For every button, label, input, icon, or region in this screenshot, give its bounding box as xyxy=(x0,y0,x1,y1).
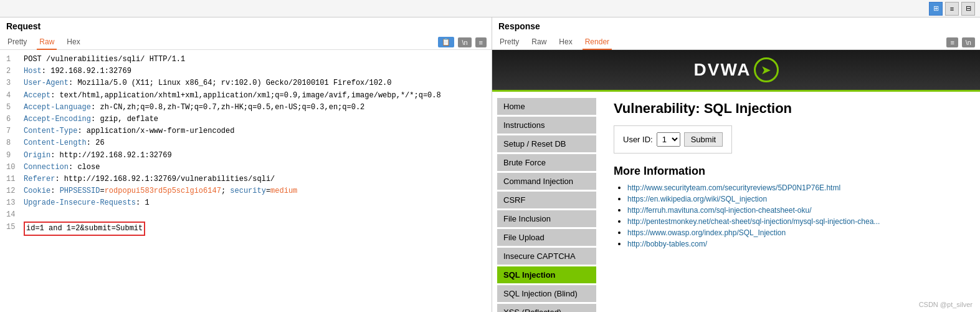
response-title: Response xyxy=(492,17,980,34)
code-line: 14 xyxy=(6,209,485,221)
code-line-highlighted: 15 id=1 and 1=2&submit=Submit xyxy=(6,222,485,236)
dvwa-arrow-icon: ➤ xyxy=(754,57,779,82)
tab-hex-response[interactable]: Hex xyxy=(556,35,574,50)
dvwa-body: Home Instructions Setup / Reset DB Brute… xyxy=(492,92,980,312)
newline-button[interactable]: \n xyxy=(458,37,471,47)
dvwa-text: DVWA xyxy=(694,60,751,80)
top-toolbar: ⊞ ≡ ⊟ xyxy=(0,0,980,17)
tab-pretty[interactable]: Pretty xyxy=(5,35,29,50)
nav-file-upload[interactable]: File Upload xyxy=(497,229,596,246)
link-bobby-tables[interactable]: http://bobby-tables.com/ xyxy=(627,240,707,248)
nav-instructions[interactable]: Instructions xyxy=(497,117,596,134)
user-id-select[interactable]: 1 2 3 xyxy=(657,132,680,147)
code-line: 6 Accept-Encoding: gzip, deflate xyxy=(6,114,485,125)
code-line: 8 Content-Length: 26 xyxy=(6,137,485,149)
link-securityteam[interactable]: http://www.securityteam.com/securityrevi… xyxy=(627,183,840,192)
code-line: 9 Origin: http://192.168.92.1:32769 xyxy=(6,150,485,162)
grid-view-icon[interactable]: ⊞ xyxy=(929,2,943,16)
response-menu-button[interactable]: ≡ xyxy=(946,37,958,47)
split-view-icon[interactable]: ⊟ xyxy=(961,2,975,16)
code-line: 11 Referer: http://192.168.92.1:32769/vu… xyxy=(6,173,485,185)
link-ferruh[interactable]: http://ferruh.mavituna.com/sql-injection… xyxy=(627,206,811,215)
list-item: http://bobby-tables.com/ xyxy=(627,239,968,248)
tab-pretty-response[interactable]: Pretty xyxy=(497,35,521,50)
tab-render-response[interactable]: Render xyxy=(583,35,612,50)
nav-home[interactable]: Home xyxy=(497,98,596,115)
request-panel: Request Pretty Raw Hex 📋 \n ≡ 1 POST /vu… xyxy=(0,17,492,312)
code-line: 2 Host: 192.168.92.1:32769 xyxy=(6,66,485,77)
link-owasp[interactable]: https://www.owasp.org/index.php/SQL_Inje… xyxy=(627,228,786,237)
response-tab-actions: ≡ \n xyxy=(946,37,975,47)
dvwa-logo: DVWA ➤ xyxy=(694,57,779,82)
link-wikipedia[interactable]: https://en.wikipedia.org/wiki/SQL_inject… xyxy=(627,195,767,203)
dvwa-nav: Home Instructions Setup / Reset DB Brute… xyxy=(492,92,601,312)
nav-setup[interactable]: Setup / Reset DB xyxy=(497,135,596,152)
code-line: 10 Connection: close xyxy=(6,162,485,173)
list-item: https://en.wikipedia.org/wiki/SQL_inject… xyxy=(627,194,968,203)
nav-file-inclusion[interactable]: File Inclusion xyxy=(497,210,596,227)
code-line: 7 Content-Type: application/x-www-form-u… xyxy=(6,125,485,137)
code-line: 13 Upgrade-Insecure-Requests: 1 xyxy=(6,197,485,209)
tab-raw-response[interactable]: Raw xyxy=(529,35,549,50)
user-id-label: User ID: xyxy=(623,135,653,144)
link-pentestmonkey[interactable]: http://pentestmonkey.net/cheat-sheet/sql… xyxy=(627,217,880,226)
menu-button[interactable]: ≡ xyxy=(475,37,487,47)
nav-sql-injection-blind[interactable]: SQL Injection (Blind) xyxy=(497,285,596,302)
watermark: CSDN @pt_silver xyxy=(919,301,973,308)
main-layout: Request Pretty Raw Hex 📋 \n ≡ 1 POST /vu… xyxy=(0,17,980,312)
response-content-area: DVWA ➤ Home Instructions Setup / Reset D… xyxy=(492,50,980,312)
nav-csrf[interactable]: CSRF xyxy=(497,192,596,208)
code-line: 12 Cookie: PHPSESSID=rodpopui583rd5p5scl… xyxy=(6,185,485,197)
nav-insecure-captcha[interactable]: Insecure CAPTCHA xyxy=(497,248,596,265)
response-tab-bar: Pretty Raw Hex Render ≡ \n xyxy=(492,34,980,50)
list-item: http://www.securityteam.com/securityrevi… xyxy=(627,183,968,192)
response-newline-button[interactable]: \n xyxy=(962,37,975,47)
tab-raw[interactable]: Raw xyxy=(37,35,57,50)
more-info-title: More Information xyxy=(614,165,968,178)
request-code-area[interactable]: 1 POST /vulnerabilities/sqli/ HTTP/1.1 2… xyxy=(0,50,492,312)
submit-button[interactable]: Submit xyxy=(684,132,723,147)
vuln-title: Vulnerability: SQL Injection xyxy=(614,100,968,117)
list-view-icon[interactable]: ≡ xyxy=(945,2,959,16)
copy-button[interactable]: 📋 xyxy=(438,37,454,47)
list-item: http://ferruh.mavituna.com/sql-injection… xyxy=(627,205,968,215)
nav-command-injection[interactable]: Command Injection xyxy=(497,173,596,190)
code-line: 4 Accept: text/html,application/xhtml+xm… xyxy=(6,90,485,102)
code-line: 3 User-Agent: Mozilla/5.0 (X11; Linux x8… xyxy=(6,77,485,89)
request-title: Request xyxy=(0,17,492,34)
nav-brute-force[interactable]: Brute Force xyxy=(497,154,596,171)
info-links-list: http://www.securityteam.com/securityrevi… xyxy=(614,183,968,248)
response-panel: Response Pretty Raw Hex Render ≡ \n DVWA… xyxy=(492,17,980,312)
nav-xss-reflected[interactable]: XSS (Reflected) xyxy=(497,304,596,312)
request-tab-bar: Pretty Raw Hex 📋 \n ≡ xyxy=(0,34,492,50)
list-item: http://pentestmonkey.net/cheat-sheet/sql… xyxy=(627,217,968,226)
request-tab-actions: 📋 \n ≡ xyxy=(438,37,487,47)
list-item: https://www.owasp.org/index.php/SQL_Inje… xyxy=(627,228,968,237)
tab-hex[interactable]: Hex xyxy=(64,35,82,50)
user-id-form: User ID: 1 2 3 Submit xyxy=(614,125,732,154)
code-line: 5 Accept-Language: zh-CN,zh;q=0.8,zh-TW;… xyxy=(6,102,485,114)
nav-sql-injection[interactable]: SQL Injection xyxy=(497,266,596,283)
dvwa-main-content: Vulnerability: SQL Injection User ID: 1 … xyxy=(601,92,980,312)
code-line: 1 POST /vulnerabilities/sqli/ HTTP/1.1 xyxy=(6,54,485,66)
dvwa-header: DVWA ➤ xyxy=(492,50,980,92)
